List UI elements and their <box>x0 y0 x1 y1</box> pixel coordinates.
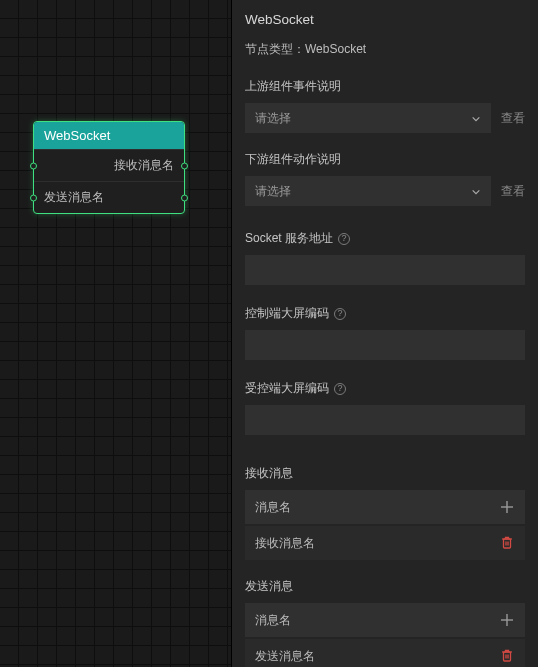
downstream-select[interactable]: 请选择 <box>245 176 491 206</box>
delete-send-button[interactable] <box>499 648 515 664</box>
input-port-icon[interactable] <box>30 162 37 169</box>
recv-list: 消息名 接收消息名 <box>245 490 525 560</box>
send-list-header: 消息名 <box>245 603 525 637</box>
node-canvas[interactable]: WebSocket 接收消息名 发送消息名 <box>0 0 232 667</box>
recv-column-label: 消息名 <box>255 499 291 516</box>
websocket-node[interactable]: WebSocket 接收消息名 发送消息名 <box>33 121 185 214</box>
svg-rect-5 <box>504 652 511 661</box>
send-list: 消息名 发送消息名 <box>245 603 525 667</box>
socket-addr-label: Socket 服务地址 ? <box>245 230 525 247</box>
output-port-icon[interactable] <box>181 194 188 201</box>
recv-item-label: 接收消息名 <box>255 535 315 552</box>
node-input-label: 发送消息名 <box>44 190 104 204</box>
downstream-select-value: 请选择 <box>255 183 291 200</box>
svg-rect-2 <box>504 539 511 548</box>
downstream-view-link[interactable]: 查看 <box>501 183 525 200</box>
delete-recv-button[interactable] <box>499 535 515 551</box>
panel-title: WebSocket <box>245 12 525 27</box>
send-list-row[interactable]: 发送消息名 <box>245 639 525 667</box>
recv-section-label: 接收消息 <box>245 465 525 482</box>
send-item-label: 发送消息名 <box>255 648 315 665</box>
node-type-label: 节点类型：WebSocket <box>245 41 525 58</box>
control-code-label: 控制端大屏编码 ? <box>245 305 525 322</box>
upstream-view-link[interactable]: 查看 <box>501 110 525 127</box>
help-icon[interactable]: ? <box>334 308 346 320</box>
upstream-select-value: 请选择 <box>255 110 291 127</box>
upstream-label: 上游组件事件说明 <box>245 78 525 95</box>
downstream-label: 下游组件动作说明 <box>245 151 525 168</box>
properties-panel: WebSocket 节点类型：WebSocket 上游组件事件说明 请选择 查看… <box>232 0 538 667</box>
send-column-label: 消息名 <box>255 612 291 629</box>
output-port-icon[interactable] <box>181 162 188 169</box>
node-title: WebSocket <box>34 122 184 149</box>
node-output-label: 接收消息名 <box>114 158 174 172</box>
input-port-icon[interactable] <box>30 194 37 201</box>
chevron-down-icon <box>471 113 481 123</box>
node-output-row[interactable]: 接收消息名 <box>34 149 184 181</box>
node-input-row[interactable]: 发送消息名 <box>34 181 184 213</box>
control-code-input[interactable] <box>245 330 525 360</box>
chevron-down-icon <box>471 186 481 196</box>
add-recv-button[interactable] <box>499 499 515 515</box>
controlled-code-label: 受控端大屏编码 ? <box>245 380 525 397</box>
add-send-button[interactable] <box>499 612 515 628</box>
socket-addr-input[interactable] <box>245 255 525 285</box>
upstream-select[interactable]: 请选择 <box>245 103 491 133</box>
recv-list-header: 消息名 <box>245 490 525 524</box>
help-icon[interactable]: ? <box>338 233 350 245</box>
send-section-label: 发送消息 <box>245 578 525 595</box>
controlled-code-input[interactable] <box>245 405 525 435</box>
recv-list-row[interactable]: 接收消息名 <box>245 526 525 560</box>
help-icon[interactable]: ? <box>334 383 346 395</box>
